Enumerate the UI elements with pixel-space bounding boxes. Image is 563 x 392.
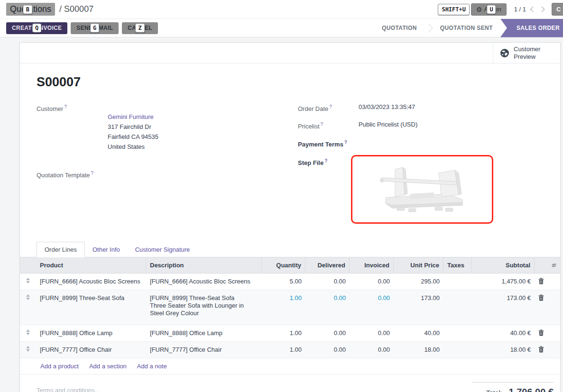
help-icon: ? [344,140,347,145]
step-file-preview[interactable] [351,155,493,224]
breadcrumb-current: / S00007 [59,4,93,14]
step-file-3d-part-image [368,161,477,218]
sale-order-form-card: Customer Preview S00007 Customer? Gemini… [19,42,561,392]
customer-link[interactable]: Gemini Furniture [108,113,154,120]
add-section-link[interactable]: Add a section [89,363,127,370]
pager-previous-icon[interactable] [530,6,536,12]
delete-row-icon[interactable] [535,273,548,289]
cell-description[interactable]: [FURN_7777] Office Chair [146,342,262,358]
cell-quantity[interactable]: 1.00 [262,342,305,358]
header-description[interactable]: Description [146,257,262,273]
header-delivered[interactable]: Delivered [305,257,350,273]
cell-taxes[interactable] [443,273,472,282]
send-email-button[interactable]: SEND EMAIL G [71,22,119,34]
cell-unit-price[interactable]: 18.00 [394,342,443,358]
pager-counter: 1 / 1 [514,6,526,13]
cell-product[interactable]: [FURN_8888] Office Lamp [36,325,146,341]
cell-description[interactable]: [FURN_8999] Three-Seat Sofa Three Seater… [146,290,262,321]
pricelist-value[interactable]: Public Pricelist (USD) [359,119,417,131]
table-row[interactable]: [FURN_8999] Three-Seat Sofa [FURN_8999] … [20,290,560,325]
cell-quantity[interactable]: 5.00 [262,273,305,290]
header-invoiced[interactable]: Invoiced [350,257,394,273]
page-title: S00007 [37,75,544,90]
tab-other-info[interactable]: Other Info [85,242,128,257]
cell-quantity[interactable]: 1.00 [262,325,305,341]
notebook-tabs: Order Lines Other Info Customer Signatur… [20,242,560,257]
cell-invoiced[interactable]: 0.00 [350,325,394,341]
cell-taxes[interactable] [443,342,472,350]
cancel-button[interactable]: CANCEL Z [122,22,158,34]
customer-label: Customer? [37,102,108,162]
cell-unit-price[interactable]: 295.00 [394,273,443,290]
drag-handle-icon[interactable] [20,290,36,304]
cell-invoiced[interactable]: 0.00 [350,273,394,290]
cell-invoiced[interactable]: 0.00 [350,290,394,306]
drag-handle-icon[interactable] [20,273,36,288]
cell-delivered[interactable]: 0.00 [305,273,350,290]
delete-row-icon[interactable] [535,290,548,305]
cell-invoiced[interactable]: 0.00 [350,342,394,358]
cell-unit-price[interactable]: 40.00 [394,325,443,341]
cell-product[interactable]: [FURN_7777] Office Chair [36,342,146,358]
field-payment-terms[interactable]: Payment Terms? [298,137,544,149]
header-taxes[interactable]: Taxes [443,257,472,273]
header-product[interactable]: Product [36,257,146,273]
customer-preview-button[interactable]: Customer Preview [493,43,560,63]
cell-taxes[interactable] [443,290,472,299]
cell-delivered[interactable]: 0.00 [305,290,350,306]
table-row[interactable]: [FURN_8888] Office Lamp [FURN_8888] Offi… [20,325,560,342]
content-area: Customer Preview S00007 Customer? Gemini… [0,37,563,392]
header-unit-price[interactable]: Unit Price [394,257,443,273]
help-icon: ? [321,122,323,127]
cell-quantity[interactable]: 1.00 [262,290,305,306]
stage-quotation-sent[interactable]: QUOTATION SENT [433,19,500,37]
header-quantity[interactable]: Quantity [262,257,305,273]
add-note-link[interactable]: Add a note [137,363,167,370]
tab-customer-signature[interactable]: Customer Signature [128,242,198,257]
gear-icon: ⚙ [476,6,482,13]
stage-sales-order[interactable]: SALES ORDER [500,19,563,37]
table-footer-links: Add a product Add a section Add a note [20,358,560,374]
field-pricelist: Pricelist? Public Pricelist (USD) [298,119,544,131]
delete-row-icon[interactable] [535,325,548,340]
drag-handle-icon[interactable] [20,342,36,356]
field-column-right: Order Date? 03/03/2023 13:35:47 Pricelis… [298,102,544,228]
cell-unit-price[interactable]: 173.00 [394,290,443,306]
create-invoice-button[interactable]: CREATE INVOICE Q [6,22,67,34]
add-product-link[interactable]: Add a product [40,363,79,370]
globe-icon [500,48,509,58]
form-sheet: S00007 Customer? Gemini Furniture 317 Fa… [20,64,560,228]
help-icon: ? [329,104,332,109]
edge-clipped-button[interactable]: C [552,3,563,16]
pager-next-icon[interactable] [539,6,545,12]
table-row[interactable]: [FURN_6666] Acoustic Bloc Screens [FURN_… [20,273,560,290]
cell-description[interactable]: [FURN_6666] Acoustic Bloc Screens [146,273,262,290]
field-order-date: Order Date? 03/03/2023 13:35:47 [298,102,544,114]
order-date-value[interactable]: 03/03/2023 13:35:47 [359,102,415,114]
cell-product[interactable]: [FURN_8999] Three-Seat Sofa [36,290,146,306]
stage-quotation[interactable]: QUOTATION [374,19,425,37]
help-icon: ? [324,158,327,164]
cell-taxes[interactable] [443,325,472,334]
tab-order-lines[interactable]: Order Lines [37,242,85,257]
header-subtotal[interactable]: Subtotal [472,257,535,273]
delete-row-icon[interactable] [535,342,548,357]
cell-description[interactable]: [FURN_8888] Office Lamp [146,325,262,341]
total-value: 1,706.00 € [508,387,554,392]
cell-delivered[interactable]: 0.00 [305,325,350,341]
edge-clipped-button-label: C [556,6,561,13]
topbar-right-group: SHIFT+U ⚙ Action U 1 / 1 C [438,3,563,16]
cell-delivered[interactable]: 0.00 [305,342,350,358]
table-row[interactable]: [FURN_7777] Office Chair [FURN_7777] Off… [20,342,560,358]
customer-value: Gemini Furniture 317 Fairchild Dr Fairfi… [108,102,158,162]
terms-placeholder[interactable]: Terms and conditions... [37,382,100,392]
action-button[interactable]: ⚙ Action U [471,3,507,16]
breadcrumb-parent[interactable]: Quotations B [6,3,55,16]
cell-product[interactable]: [FURN_6666] Acoustic Bloc Screens [36,273,146,290]
optional-columns-icon[interactable] [548,257,560,273]
action-toolbar: CREATE INVOICE Q SEND EMAIL G CANCEL Z Q… [0,19,563,37]
field-quotation-template[interactable]: Quotation Template? [37,168,298,180]
field-group: Customer? Gemini Furniture 317 Fairchild… [37,102,544,228]
drag-handle-icon[interactable] [20,325,36,339]
field-customer: Customer? Gemini Furniture 317 Fairchild… [37,102,298,162]
